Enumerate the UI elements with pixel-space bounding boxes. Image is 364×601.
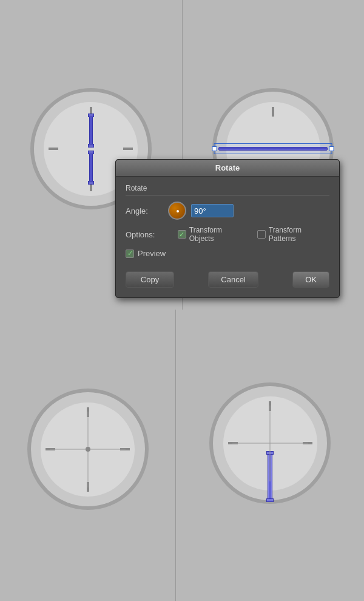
cancel-button[interactable]: Cancel [208, 271, 258, 288]
clock-outer-bl [27, 389, 149, 510]
tick-right-tl [123, 148, 133, 150]
rotate-dialog-title: Rotate [116, 160, 339, 177]
angle-wheel[interactable] [168, 202, 186, 220]
transform-patterns-label: Transform Patterns [269, 226, 329, 243]
crosshair-v-br [270, 406, 271, 481]
hand-blue-top [89, 115, 93, 146]
options-row: Options: Transform Objects Transform Pat… [126, 226, 329, 243]
transform-objects-checkbox[interactable] [178, 230, 186, 239]
options-label: Options: [126, 230, 168, 239]
rotate-dialog: Rotate Rotate Angle: Options: Transform … [115, 159, 340, 298]
clock-bottom-left [27, 389, 149, 510]
preview-row: Preview [126, 249, 329, 258]
transform-objects-label: Transform Objects [189, 226, 248, 243]
handle-left [212, 146, 217, 151]
bottom-right-panel: Polygon Radius: Sides: ▲ ▼ [176, 310, 364, 601]
bottom-left-panel [0, 310, 176, 601]
preview-checkbox[interactable] [126, 250, 134, 258]
hand-blue-bottom [89, 152, 93, 183]
bottom-section: Polygon Radius: Sides: ▲ ▼ [0, 310, 364, 601]
angle-row: Angle: [126, 202, 329, 220]
rotate-section-label: Rotate [126, 184, 329, 195]
transform-objects-checkbox-item[interactable]: Transform Objects [178, 226, 248, 243]
tick-top-tr [272, 107, 274, 117]
clock-bottom-right [209, 382, 331, 504]
handle-right [329, 146, 334, 151]
top-section: Rotate Rotate Angle: Options: Transform … [0, 0, 364, 310]
clock-inner-br [223, 396, 317, 491]
hand-horizontal [218, 147, 328, 151]
rotate-dialog-buttons: Copy Cancel OK [126, 267, 329, 290]
copy-button[interactable]: Copy [126, 271, 174, 288]
transform-patterns-checkbox-item[interactable]: Transform Patterns [257, 226, 329, 243]
tick-left-tl [49, 148, 58, 150]
rotate-dialog-body: Rotate Angle: Options: Transform Objects… [116, 177, 339, 297]
angle-label: Angle: [126, 206, 168, 216]
transform-patterns-checkbox[interactable] [257, 230, 266, 239]
hand-bottom-tl [89, 152, 93, 183]
clock-outer-br [209, 382, 331, 504]
ok-button[interactable]: OK [292, 271, 329, 288]
angle-input[interactable] [191, 204, 234, 217]
preview-label: Preview [138, 249, 166, 258]
clock-inner-bl [41, 402, 135, 497]
rotate-title-text: Rotate [215, 163, 240, 172]
center-dot-bl [86, 447, 90, 452]
hand-top-tl [89, 115, 93, 146]
